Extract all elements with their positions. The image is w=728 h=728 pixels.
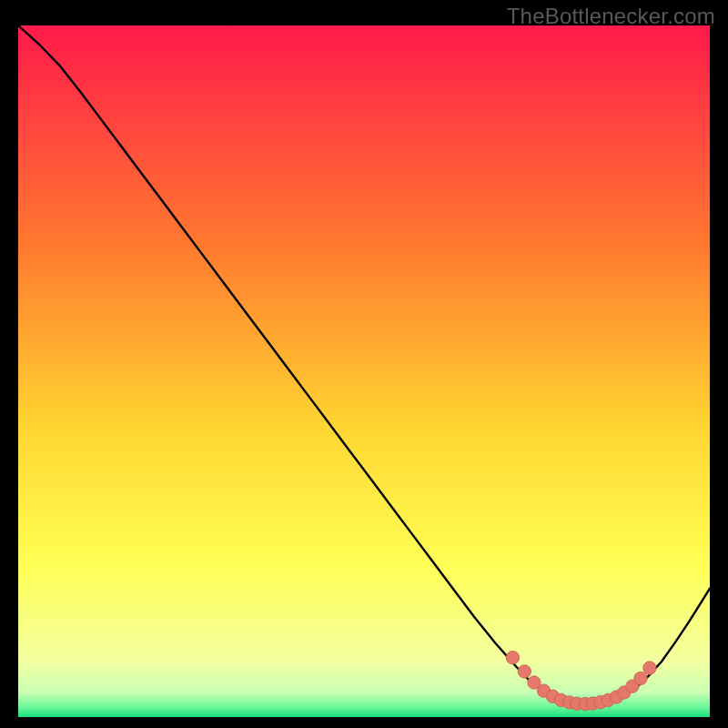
chart-svg xyxy=(18,25,710,717)
highlight-marker xyxy=(634,672,647,684)
plot-area xyxy=(18,25,710,717)
gradient-bg xyxy=(18,25,710,717)
chart-stage: TheBottlenecker.com xyxy=(0,0,728,728)
highlight-marker xyxy=(506,651,519,663)
highlight-marker xyxy=(643,662,656,674)
highlight-marker xyxy=(518,665,531,678)
